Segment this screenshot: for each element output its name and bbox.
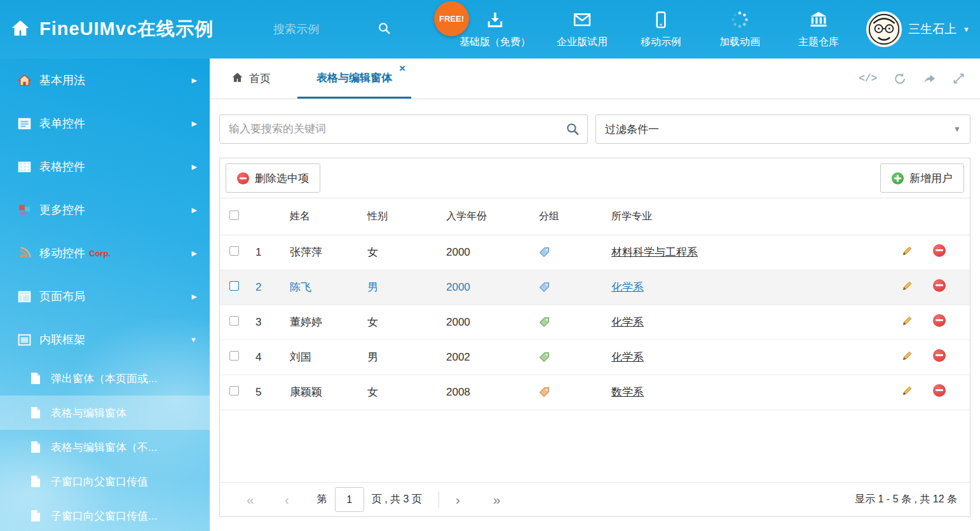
page-number-input[interactable] [335,487,364,512]
search-icon[interactable] [378,22,391,38]
spinner-icon [730,10,749,32]
delete-icon[interactable] [933,279,946,292]
grid-panel: 删除选中项 新增用户 姓名 性别 [219,158,970,517]
delete-icon[interactable] [933,314,946,327]
sidebar-subitem-child-to-parent-2[interactable]: 子窗口向父窗口传值... [0,499,210,531]
house-icon [18,73,32,87]
major-link[interactable]: 材料科学与工程系 [611,246,698,258]
sidebar-item-page-layout[interactable]: 页面布局 ▶ [0,275,210,318]
file-icon [31,372,42,385]
table-row[interactable]: 5 康颖颖 女 2008 数学系 [220,375,970,410]
cell-index: 3 [252,305,286,340]
chevron-right-icon: ▶ [192,120,197,128]
header-search-input[interactable] [273,23,369,36]
row-checkbox[interactable] [229,246,239,256]
tag-icon [539,247,608,258]
search-icon[interactable] [566,122,580,139]
major-link[interactable]: 数学系 [611,386,644,398]
major-link[interactable]: 化学系 [611,281,644,293]
form-icon [18,116,32,130]
edit-icon[interactable] [901,315,913,330]
code-view-icon[interactable]: </> [859,73,877,85]
table-header-row: 姓名 性别 入学年份 分组 所学专业 [220,198,970,235]
edit-icon[interactable] [901,350,913,365]
cell-gender: 男 [364,340,442,375]
delete-icon[interactable] [933,384,946,397]
cell-name: 张萍萍 [286,235,364,270]
nav-item-theme-repo[interactable]: 主题仓库 [791,10,846,49]
home-tab-icon [231,71,243,86]
cell-year: 2000 [442,305,535,340]
select-all-checkbox[interactable] [229,210,239,220]
table-row[interactable]: 1 张萍萍 女 2000 材料科学与工程系 [220,235,970,270]
nav-item-enterprise-trial[interactable]: 企业版试用 [555,10,609,49]
nav-item-basic-free[interactable]: FREE! 基础版（免费） [459,10,531,49]
sidebar-item-mobile-controls[interactable]: 移动控件 Corp. ▶ [0,231,210,275]
edit-icon[interactable] [901,245,913,260]
home-icon[interactable] [10,18,31,41]
filter-dropdown[interactable]: 过滤条件一 ▼ [595,114,970,144]
row-checkbox[interactable] [229,386,239,396]
bank-icon [809,10,828,32]
major-link[interactable]: 化学系 [611,351,644,363]
mobile-icon [651,10,670,32]
delete-icon[interactable] [933,244,946,257]
header-name: 姓名 [286,198,364,235]
next-page-icon[interactable]: › [456,493,460,506]
cell-name: 康颖颖 [286,375,364,410]
edit-icon[interactable] [901,385,913,400]
tag-icon [539,317,608,328]
sidebar-subitem-grid-edit-window[interactable]: 表格与编辑窗体 [0,396,210,430]
share-icon[interactable] [923,72,936,85]
keyword-search-input[interactable] [219,114,588,144]
tab-close-icon[interactable]: × [399,63,405,74]
header-year: 入学年份 [442,198,535,235]
file-icon [31,509,42,522]
sidebar-item-basic-usage[interactable]: 基本用法 ▶ [0,59,210,102]
sidebar-item-more-controls[interactable]: 更多控件 ▶ [0,188,210,231]
sidebar-subitem-popup-window[interactable]: 弹出窗体（本页面或... [0,361,210,396]
cell-name: 董婷婷 [286,305,364,340]
tag-icon [539,352,608,362]
prev-page-icon[interactable]: ‹ [285,493,289,506]
table-row[interactable]: 4 刘国 男 2002 化学系 [220,340,970,375]
sidebar-subitem-label: 子窗口向父窗口传值... [51,509,157,523]
header-gender: 性别 [364,198,442,235]
header-edit [897,198,929,235]
tab-label: 表格与编辑窗体 [316,71,392,85]
cell-name: 陈飞 [286,270,364,305]
row-checkbox[interactable] [229,316,239,326]
frame-icon [18,333,32,347]
table-row[interactable]: 2 陈飞 男 2000 化学系 [220,270,970,305]
nav-label: 移动示例 [641,36,681,49]
sidebar-subitem-grid-edit-window-2[interactable]: 表格与编辑窗体（不... [0,430,210,464]
major-link[interactable]: 化学系 [611,316,644,328]
user-menu[interactable]: 三生石上 ▼ [866,0,970,59]
last-page-icon[interactable]: » [493,493,501,506]
delete-button-label: 删除选中项 [255,171,309,186]
row-checkbox[interactable] [229,281,239,291]
edit-icon[interactable] [901,280,913,295]
nav-item-mobile-demo[interactable]: 移动示例 [634,10,688,49]
sidebar-item-form-controls[interactable]: 表单控件 ▶ [0,102,210,145]
sidebar-item-label: 页面布局 [39,289,85,304]
cell-gender: 女 [364,375,442,410]
fullscreen-icon[interactable] [953,72,965,85]
cell-gender: 男 [364,270,442,305]
table-row[interactable]: 3 董婷婷 女 2000 化学系 [220,305,970,340]
sidebar-item-iframe[interactable]: 内联框架 ▼ [0,318,210,361]
delete-icon[interactable] [933,349,946,362]
nav-item-loading-animation[interactable]: 加载动画 [712,10,767,49]
refresh-icon[interactable] [894,72,906,85]
cell-year: 2008 [442,375,535,410]
add-user-button[interactable]: 新增用户 [880,163,964,193]
tab-home[interactable]: 首页 [229,59,273,99]
brand: FineUIMvc在线示例 [10,0,214,59]
row-checkbox[interactable] [229,351,239,361]
sidebar-item-grid-controls[interactable]: 表格控件 ▶ [0,145,210,188]
signal-icon [18,246,32,260]
delete-selected-button[interactable]: 删除选中项 [226,163,320,193]
tab-grid-edit-window[interactable]: 表格与编辑窗体 × [297,59,411,99]
first-page-icon[interactable]: « [247,493,254,506]
sidebar-subitem-child-to-parent-1[interactable]: 子窗口向父窗口传值 [0,464,210,499]
